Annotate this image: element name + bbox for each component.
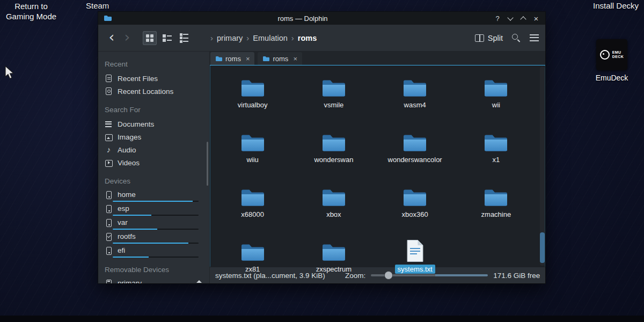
folder-view[interactable]: virtualboyvsmilewasm4wiiwiiuwonderswanwo… <box>210 65 545 267</box>
file-item-wii[interactable]: wii <box>456 68 537 123</box>
tab-close-icon[interactable]: × <box>246 55 250 63</box>
videos-icon <box>105 158 113 167</box>
device-entry: primary <box>98 277 209 283</box>
compact-view-button[interactable] <box>160 31 174 45</box>
maximize-button[interactable] <box>517 13 529 24</box>
chevron-down-icon <box>507 14 513 20</box>
breadcrumb-separator: › <box>210 33 213 42</box>
forward-button[interactable]: › <box>120 30 134 46</box>
folder-icon <box>484 128 508 153</box>
install-decky-shortcut[interactable]: Install Decky <box>593 1 639 10</box>
tab-roms-0[interactable]: roms× <box>210 52 254 65</box>
file-item-wiiu[interactable]: wiiu <box>212 123 293 178</box>
file-item-xbox[interactable]: xbox <box>293 178 374 232</box>
help-button[interactable]: ? <box>492 13 503 24</box>
sidebar-scrollbar-thumb[interactable] <box>207 142 208 186</box>
folder-icon <box>240 182 265 208</box>
file-item-virtualboy[interactable]: virtualboy <box>212 68 293 123</box>
folder-icon <box>240 73 265 98</box>
folder-icon <box>215 56 222 62</box>
folder-icon <box>402 182 427 208</box>
sidebar-section-title: Devices <box>105 177 209 185</box>
sidebar-item-images[interactable]: Images <box>98 130 209 143</box>
breadcrumb-item-roms[interactable]: roms <box>298 34 317 42</box>
steam-shortcut[interactable]: Steam <box>86 1 109 10</box>
folder-icon <box>240 237 265 262</box>
view-scrollbar-thumb[interactable] <box>540 232 545 263</box>
sidebar-item-label: Recent Locations <box>118 87 173 96</box>
close-button[interactable]: × <box>530 13 542 24</box>
recent-files-icon <box>105 74 113 83</box>
breadcrumb: ›primary›Emulation›roms <box>210 33 317 42</box>
device-usage-bar <box>113 257 199 258</box>
search-icon[interactable] <box>511 33 521 43</box>
icons-view-icon <box>146 34 153 42</box>
emudeck-desktop-icon[interactable]: EMU DECK EmuDeck <box>594 39 630 82</box>
sidebar-item-audio[interactable]: ♪Audio <box>98 143 209 156</box>
sidebar-item-label: efi <box>118 246 125 254</box>
sidebar-section-title: Removable Devices <box>105 266 209 274</box>
sidebar-item-recent-locations[interactable]: Recent Locations <box>98 85 209 98</box>
file-label: zx81 <box>243 265 262 274</box>
sidebar-item-documents[interactable]: Documents <box>98 118 209 130</box>
zoom-slider[interactable] <box>371 274 488 276</box>
file-item-wonderswan[interactable]: wonderswan <box>293 123 374 178</box>
window-main-area: RecentRecent FilesRecent LocationsSearch… <box>98 52 545 283</box>
breadcrumb-item-primary[interactable]: primary <box>217 34 243 42</box>
file-item-wasm4[interactable]: wasm4 <box>375 68 456 123</box>
breadcrumb-item-emulation[interactable]: Emulation <box>253 34 287 42</box>
places-sidebar: RecentRecent FilesRecent LocationsSearch… <box>98 52 209 283</box>
sidebar-item-videos[interactable]: Videos <box>98 156 209 169</box>
file-label: wii <box>489 100 503 109</box>
sidebar-item-rootfs[interactable]: rootfs <box>98 231 209 242</box>
sidebar-item-esp[interactable]: esp <box>98 203 209 214</box>
tab-roms-1[interactable]: roms× <box>258 52 302 65</box>
images-icon <box>105 133 113 141</box>
details-view-button[interactable] <box>177 31 191 45</box>
hamburger-menu-icon[interactable] <box>530 34 539 41</box>
tab-label: roms <box>225 55 241 63</box>
documents-icon <box>105 120 113 128</box>
zoom-slider-knob[interactable] <box>384 271 393 280</box>
folder-icon <box>484 73 508 98</box>
folder-icon <box>321 182 346 208</box>
file-label: zmachine <box>479 210 514 219</box>
tab-label: roms <box>273 55 288 63</box>
file-label: wasm4 <box>401 100 429 109</box>
split-button[interactable]: Split <box>475 34 503 42</box>
mouse-cursor <box>4 65 15 80</box>
return-to-gaming-mode-shortcut[interactable]: Return to Gaming Mode <box>4 1 58 21</box>
view-scrollbar[interactable] <box>540 67 545 266</box>
file-item-xbox360[interactable]: xbox360 <box>375 178 456 232</box>
folder-icon <box>321 73 346 98</box>
emudeck-ring-icon <box>600 50 610 60</box>
window-folder-icon <box>104 15 112 21</box>
sidebar-item-home[interactable]: home <box>98 189 209 200</box>
device-usage-bar <box>113 243 199 244</box>
sidebar-item-label: Videos <box>118 159 140 167</box>
back-button[interactable]: ‹ <box>105 30 119 46</box>
drive-icon <box>105 246 113 255</box>
file-item-wonderswancolor[interactable]: wonderswancolor <box>375 123 456 178</box>
file-item-zmachine[interactable]: zmachine <box>456 178 537 232</box>
sidebar-item-efi[interactable]: efi <box>98 245 209 256</box>
content-column: roms×roms× virtualboyvsmilewasm4wiiwiiuw… <box>209 52 545 283</box>
shade-button[interactable] <box>504 13 516 24</box>
view-mode-group <box>141 31 193 45</box>
icons-view-button[interactable] <box>143 31 157 45</box>
sidebar-item-recent-files[interactable]: Recent Files <box>98 72 209 85</box>
file-item-x1[interactable]: x1 <box>456 123 537 178</box>
sidebar-item-label: Images <box>118 133 141 141</box>
file-item-x68000[interactable]: x68000 <box>212 178 293 232</box>
emudeck-label: EmuDeck <box>594 74 630 82</box>
eject-icon[interactable] <box>196 280 202 283</box>
tab-close-icon[interactable]: × <box>293 55 297 63</box>
titlebar[interactable]: roms — Dolphin ? × <box>98 12 545 25</box>
compact-view-icon <box>163 34 172 42</box>
file-item-zx81[interactable]: zx81 <box>212 232 293 287</box>
file-item-vsmile[interactable]: vsmile <box>293 68 374 123</box>
file-item-zxspectrum[interactable]: zxspectrum <box>293 232 374 287</box>
sidebar-section-title: Recent <box>105 60 209 68</box>
sidebar-item-primary[interactable]: primary <box>98 277 209 283</box>
sidebar-item-var[interactable]: var <box>98 217 209 228</box>
